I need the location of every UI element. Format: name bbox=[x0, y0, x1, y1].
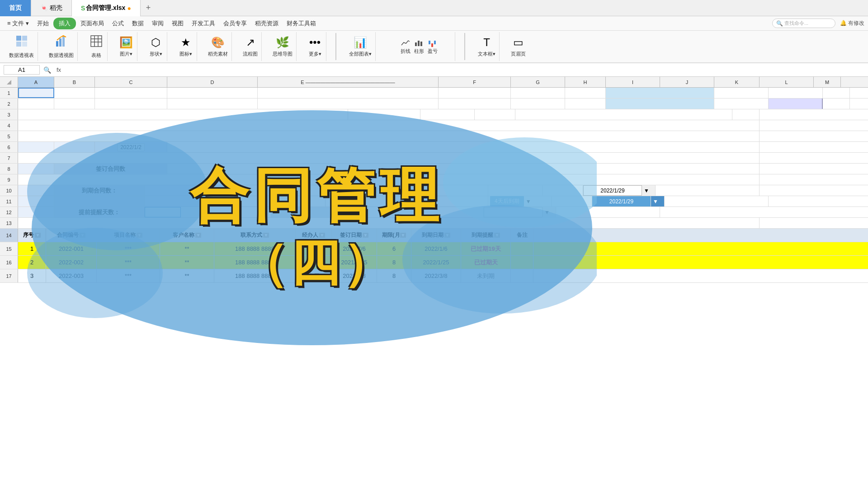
cell-c1[interactable] bbox=[95, 88, 167, 98]
toolbar-pivot-chart[interactable]: 数据透视图 bbox=[45, 32, 78, 61]
col-header-b[interactable]: B bbox=[54, 77, 95, 87]
cell-15-contract-no[interactable]: 2022-001 bbox=[46, 242, 97, 255]
toolbar-header[interactable]: ▭ 页眉页 bbox=[507, 32, 529, 61]
cell-16-contract-no[interactable]: 2022-002 bbox=[46, 256, 97, 269]
col-header-i[interactable]: I bbox=[606, 77, 660, 87]
filter-client[interactable]: ▼ bbox=[195, 233, 202, 238]
formula-input[interactable] bbox=[66, 66, 864, 74]
fx-button[interactable]: fx bbox=[55, 66, 63, 73]
cell-16-sign-date[interactable]: 2021/5/25 bbox=[332, 256, 377, 269]
col-header-j[interactable]: J bbox=[660, 77, 714, 87]
tab-new-button[interactable]: + bbox=[141, 3, 156, 13]
cell-h1[interactable] bbox=[565, 88, 606, 98]
cell-15-seqno[interactable]: 1 bbox=[18, 242, 46, 255]
cell-17-sign-date[interactable]: 2021/7/8 bbox=[332, 269, 377, 282]
cell-i1-merged[interactable] bbox=[606, 88, 714, 98]
cell-17-handler[interactable]: 李四 bbox=[296, 269, 332, 282]
dropdown-arrow-left[interactable]: ▼ bbox=[526, 198, 531, 205]
toolbar-pivot-table[interactable]: 数据透视表 bbox=[5, 32, 38, 61]
filter-expire-reminder[interactable]: ▼ bbox=[494, 233, 500, 238]
filter-expire-date[interactable]: ▼ bbox=[444, 233, 451, 238]
cell-15-sign-date[interactable]: 2021/7/6 bbox=[332, 242, 377, 255]
menu-file[interactable]: ≡ 文件 ▾ bbox=[4, 18, 33, 29]
col-header-m[interactable]: M bbox=[814, 77, 841, 87]
col-header-k[interactable]: K bbox=[714, 77, 760, 87]
cell-17-seqno[interactable]: 3 bbox=[18, 269, 46, 282]
cell-k1[interactable] bbox=[714, 88, 769, 98]
menu-data[interactable]: 数据 bbox=[128, 18, 147, 29]
cell-g1[interactable] bbox=[511, 88, 565, 98]
cell-15-period[interactable]: 6 bbox=[377, 242, 411, 255]
cell-15-expire-date[interactable]: 2022/1/6 bbox=[411, 242, 461, 255]
cell-f1[interactable] bbox=[439, 88, 511, 98]
cell-16-client[interactable]: ** bbox=[160, 256, 214, 269]
col-header-c[interactable]: C bbox=[95, 77, 167, 87]
filter-handler[interactable]: ▼ bbox=[319, 233, 326, 238]
cell-d1[interactable] bbox=[167, 88, 258, 98]
cell-17-expire-date[interactable]: 2022/3/8 bbox=[411, 269, 461, 282]
menu-view[interactable]: 视图 bbox=[168, 18, 187, 29]
filter-contract-no[interactable]: ▼ bbox=[80, 233, 86, 238]
filter-contact[interactable]: ▼ bbox=[263, 233, 269, 238]
col-header-f[interactable]: F bbox=[439, 77, 511, 87]
filter-period[interactable]: ▼ bbox=[400, 233, 406, 238]
toolbar-daoke-material[interactable]: 🎨 稻壳素材 bbox=[204, 32, 232, 61]
cell-15-note[interactable] bbox=[511, 242, 533, 255]
toolbar-all-charts[interactable]: 📊 全部图表▾ bbox=[345, 32, 376, 61]
menu-daoke-resources[interactable]: 稻壳资源 bbox=[251, 18, 282, 29]
cell-l1[interactable] bbox=[769, 88, 823, 98]
col-header-g[interactable]: G bbox=[511, 77, 565, 87]
cell-15-contact[interactable]: 188 8888 8888 bbox=[214, 242, 296, 255]
dropdown-arrow-right[interactable]: ▼ bbox=[651, 196, 665, 206]
cell-16-note[interactable] bbox=[511, 256, 533, 269]
cell-15-handler[interactable]: 周七 bbox=[296, 242, 332, 255]
filter-project[interactable]: ▼ bbox=[137, 233, 143, 238]
toolbar-table[interactable]: 表格 bbox=[85, 32, 108, 61]
toolbar-icon[interactable]: ★ 图标▾ bbox=[175, 32, 197, 61]
col-header-e[interactable]: E —————————————————— bbox=[258, 77, 439, 87]
toolbar-more[interactable]: ••• 更多▾ bbox=[304, 32, 326, 61]
cell-17-status[interactable]: 未到期 bbox=[461, 269, 511, 282]
tab-daoke[interactable]: 🍬 稻壳 bbox=[31, 0, 72, 16]
toolbar-textbox[interactable]: T 文本框▾ bbox=[474, 32, 500, 61]
menu-insert[interactable]: 插入 bbox=[53, 18, 76, 29]
toolbar-flowchart[interactable]: ↗ 流程图 bbox=[239, 32, 262, 61]
col-header-l[interactable]: L bbox=[760, 77, 814, 87]
cell-16-contact[interactable]: 188 8888 8888 bbox=[214, 256, 296, 269]
cell-a1[interactable] bbox=[18, 88, 54, 98]
col-header-d[interactable]: D bbox=[167, 77, 258, 87]
cell-15-client[interactable]: ** bbox=[160, 242, 214, 255]
toolbar-shape[interactable]: ⬡ 形状▾ bbox=[145, 32, 167, 61]
ribbon-search[interactable]: 🔍 查找命令... bbox=[772, 19, 835, 28]
filter-sign-date[interactable]: ▼ bbox=[363, 233, 369, 238]
cell-m1[interactable] bbox=[823, 88, 850, 98]
days-expire-button[interactable]: 4天后到期 bbox=[490, 196, 524, 206]
menu-pagelayout[interactable]: 页面布局 bbox=[77, 18, 108, 29]
cell-17-note[interactable] bbox=[511, 269, 533, 282]
cell-e1[interactable] bbox=[258, 88, 439, 98]
cell-15-project[interactable]: *** bbox=[97, 242, 160, 255]
advance-days-input[interactable] bbox=[145, 207, 181, 217]
cell-16-seqno[interactable]: 2 bbox=[18, 256, 46, 269]
menu-devtools[interactable]: 开发工具 bbox=[188, 18, 219, 29]
cell-15-status[interactable]: 已过期19天 bbox=[461, 242, 511, 255]
cell-17-project[interactable]: *** bbox=[97, 269, 160, 282]
menu-vip[interactable]: 会员专享 bbox=[220, 18, 250, 29]
col-header-h[interactable]: H bbox=[565, 77, 606, 87]
col-header-a[interactable]: A bbox=[18, 77, 54, 87]
filter-seqno[interactable]: ▼ bbox=[35, 233, 41, 238]
cell-reference-input[interactable] bbox=[4, 65, 40, 75]
toolbar-mindmap[interactable]: 🌿 思维导图 bbox=[269, 32, 297, 61]
cell-16-status[interactable]: 已过期天 bbox=[461, 256, 511, 269]
toolbar-sparkline-row[interactable]: 折线 柱形 盈亏 bbox=[383, 32, 455, 61]
toolbar-picture[interactable]: 🖼️ 图片▾ bbox=[115, 32, 137, 61]
cell-17-period[interactable]: 8 bbox=[377, 269, 411, 282]
menu-start[interactable]: 开始 bbox=[33, 18, 52, 29]
cell-b1[interactable] bbox=[54, 88, 95, 98]
cell-16-handler[interactable]: 王五 bbox=[296, 256, 332, 269]
cell-16-project[interactable]: *** bbox=[97, 256, 160, 269]
menu-finance[interactable]: 财务工具箱 bbox=[283, 18, 320, 29]
cell-17-contract-no[interactable]: 2022-003 bbox=[46, 269, 97, 282]
cell-17-client[interactable]: ** bbox=[160, 269, 214, 282]
tab-home[interactable]: 首页 bbox=[0, 0, 31, 16]
